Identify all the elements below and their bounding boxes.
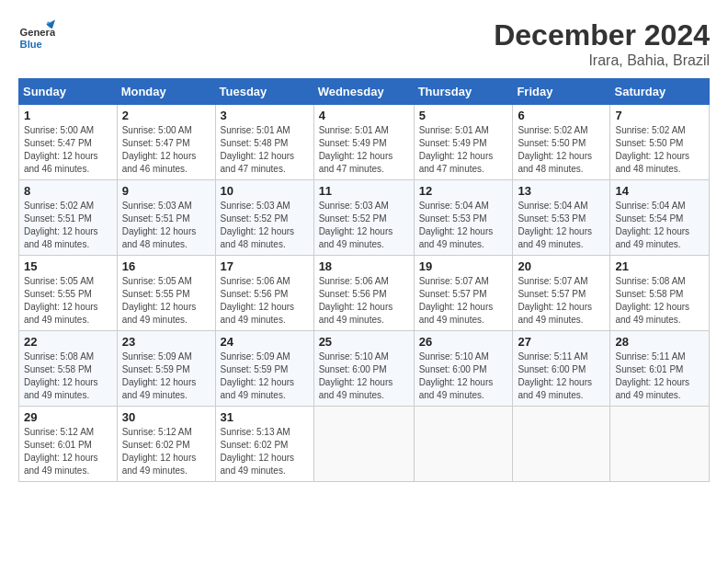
day-info: Sunrise: 5:01 AM Sunset: 5:49 PM Dayligh…	[319, 124, 409, 176]
day-info: Sunrise: 5:10 AM Sunset: 6:00 PM Dayligh…	[319, 350, 409, 402]
calendar-cell	[513, 407, 610, 482]
calendar-cell: 20 Sunrise: 5:07 AM Sunset: 5:57 PM Dayl…	[513, 256, 610, 331]
day-info: Sunrise: 5:03 AM Sunset: 5:51 PM Dayligh…	[122, 200, 210, 251]
day-number: 2	[122, 109, 210, 122]
day-info: Sunrise: 5:09 AM Sunset: 5:59 PM Dayligh…	[221, 350, 309, 402]
calendar-week-1: 1 Sunrise: 5:00 AM Sunset: 5:47 PM Dayli…	[19, 105, 710, 180]
day-number: 20	[518, 259, 605, 273]
calendar-cell: 30 Sunrise: 5:12 AM Sunset: 6:02 PM Dayl…	[117, 407, 215, 482]
calendar-cell	[313, 407, 414, 482]
day-info: Sunrise: 5:05 AM Sunset: 5:55 PM Dayligh…	[122, 275, 210, 327]
weekday-header-sunday: Sunday	[19, 79, 118, 105]
calendar-header-row: SundayMondayTuesdayWednesdayThursdayFrid…	[19, 79, 710, 105]
calendar-cell: 9 Sunrise: 5:03 AM Sunset: 5:51 PM Dayli…	[117, 180, 215, 256]
calendar-cell: 11 Sunrise: 5:03 AM Sunset: 5:52 PM Dayl…	[313, 180, 414, 256]
day-number: 23	[122, 335, 210, 349]
calendar-cell: 7 Sunrise: 5:02 AM Sunset: 5:50 PM Dayli…	[610, 105, 710, 180]
calendar-week-2: 8 Sunrise: 5:02 AM Sunset: 5:51 PM Dayli…	[19, 180, 710, 256]
day-number: 28	[615, 335, 704, 349]
day-info: Sunrise: 5:11 AM Sunset: 6:01 PM Dayligh…	[615, 350, 704, 402]
calendar-cell: 16 Sunrise: 5:05 AM Sunset: 5:55 PM Dayl…	[117, 256, 215, 331]
day-info: Sunrise: 5:12 AM Sunset: 6:01 PM Dayligh…	[24, 426, 112, 477]
calendar-cell: 2 Sunrise: 5:00 AM Sunset: 5:47 PM Dayli…	[117, 105, 215, 180]
day-number: 10	[221, 184, 309, 198]
calendar-cell: 23 Sunrise: 5:09 AM Sunset: 5:59 PM Dayl…	[117, 331, 215, 407]
day-info: Sunrise: 5:00 AM Sunset: 5:47 PM Dayligh…	[122, 124, 210, 176]
calendar-cell: 14 Sunrise: 5:04 AM Sunset: 5:54 PM Dayl…	[610, 180, 710, 256]
day-number: 16	[122, 259, 210, 273]
calendar-cell: 1 Sunrise: 5:00 AM Sunset: 5:47 PM Dayli…	[19, 105, 118, 180]
day-number: 22	[24, 335, 112, 349]
day-number: 6	[518, 109, 605, 122]
calendar-cell	[610, 407, 710, 482]
day-number: 26	[419, 335, 508, 349]
calendar-week-4: 22 Sunrise: 5:08 AM Sunset: 5:58 PM Dayl…	[19, 331, 710, 407]
day-number: 21	[615, 259, 704, 273]
weekday-header-tuesday: Tuesday	[215, 79, 313, 105]
day-info: Sunrise: 5:02 AM Sunset: 5:50 PM Dayligh…	[615, 124, 704, 176]
calendar-cell: 5 Sunrise: 5:01 AM Sunset: 5:49 PM Dayli…	[414, 105, 513, 180]
day-info: Sunrise: 5:04 AM Sunset: 5:53 PM Dayligh…	[518, 200, 605, 251]
day-info: Sunrise: 5:09 AM Sunset: 5:59 PM Dayligh…	[122, 350, 210, 402]
day-info: Sunrise: 5:06 AM Sunset: 5:56 PM Dayligh…	[221, 275, 309, 327]
day-info: Sunrise: 5:07 AM Sunset: 5:57 PM Dayligh…	[518, 275, 605, 327]
weekday-header-thursday: Thursday	[414, 79, 513, 105]
day-info: Sunrise: 5:01 AM Sunset: 5:48 PM Dayligh…	[221, 124, 309, 176]
calendar-cell: 25 Sunrise: 5:10 AM Sunset: 6:00 PM Dayl…	[313, 331, 414, 407]
day-info: Sunrise: 5:12 AM Sunset: 6:02 PM Dayligh…	[122, 426, 210, 477]
weekday-header-friday: Friday	[513, 79, 610, 105]
logo: General Blue	[18, 18, 55, 55]
calendar-cell: 13 Sunrise: 5:04 AM Sunset: 5:53 PM Dayl…	[513, 180, 610, 256]
day-number: 11	[319, 184, 409, 198]
day-info: Sunrise: 5:13 AM Sunset: 6:02 PM Dayligh…	[221, 426, 309, 477]
day-number: 25	[319, 335, 409, 349]
calendar-cell: 24 Sunrise: 5:09 AM Sunset: 5:59 PM Dayl…	[215, 331, 313, 407]
day-number: 8	[24, 184, 112, 198]
day-number: 17	[221, 259, 309, 273]
svg-text:Blue: Blue	[20, 39, 42, 50]
day-number: 18	[319, 259, 409, 273]
day-info: Sunrise: 5:08 AM Sunset: 5:58 PM Dayligh…	[24, 350, 112, 402]
day-info: Sunrise: 5:03 AM Sunset: 5:52 PM Dayligh…	[319, 200, 409, 251]
day-info: Sunrise: 5:00 AM Sunset: 5:47 PM Dayligh…	[24, 124, 112, 176]
day-number: 4	[319, 109, 409, 122]
day-number: 9	[122, 184, 210, 198]
day-info: Sunrise: 5:06 AM Sunset: 5:56 PM Dayligh…	[319, 275, 409, 327]
day-number: 31	[221, 410, 309, 424]
day-info: Sunrise: 5:01 AM Sunset: 5:49 PM Dayligh…	[419, 124, 508, 176]
calendar-cell: 15 Sunrise: 5:05 AM Sunset: 5:55 PM Dayl…	[19, 256, 118, 331]
day-number: 1	[24, 109, 112, 122]
calendar-cell: 3 Sunrise: 5:01 AM Sunset: 5:48 PM Dayli…	[215, 105, 313, 180]
calendar-cell: 10 Sunrise: 5:03 AM Sunset: 5:52 PM Dayl…	[215, 180, 313, 256]
weekday-header-wednesday: Wednesday	[313, 79, 414, 105]
day-info: Sunrise: 5:04 AM Sunset: 5:54 PM Dayligh…	[615, 200, 704, 251]
calendar-cell	[414, 407, 513, 482]
logo-icon: General Blue	[18, 18, 55, 55]
day-info: Sunrise: 5:04 AM Sunset: 5:53 PM Dayligh…	[419, 200, 508, 251]
page-header: General Blue December 2024 Irara, Bahia,…	[18, 18, 710, 69]
day-number: 13	[518, 184, 605, 198]
day-info: Sunrise: 5:11 AM Sunset: 6:00 PM Dayligh…	[518, 350, 605, 402]
day-number: 15	[24, 259, 112, 273]
day-number: 7	[615, 109, 704, 122]
day-info: Sunrise: 5:08 AM Sunset: 5:58 PM Dayligh…	[615, 275, 704, 327]
day-number: 19	[419, 259, 508, 273]
calendar-cell: 12 Sunrise: 5:04 AM Sunset: 5:53 PM Dayl…	[414, 180, 513, 256]
calendar-table: SundayMondayTuesdayWednesdayThursdayFrid…	[18, 78, 710, 482]
day-number: 29	[24, 410, 112, 424]
day-number: 5	[419, 109, 508, 122]
calendar-cell: 21 Sunrise: 5:08 AM Sunset: 5:58 PM Dayl…	[610, 256, 710, 331]
calendar-cell: 17 Sunrise: 5:06 AM Sunset: 5:56 PM Dayl…	[215, 256, 313, 331]
calendar-cell: 18 Sunrise: 5:06 AM Sunset: 5:56 PM Dayl…	[313, 256, 414, 331]
svg-text:General: General	[20, 27, 55, 38]
month-title: December 2024	[494, 18, 710, 52]
calendar-cell: 26 Sunrise: 5:10 AM Sunset: 6:00 PM Dayl…	[414, 331, 513, 407]
calendar-cell: 29 Sunrise: 5:12 AM Sunset: 6:01 PM Dayl…	[19, 407, 118, 482]
day-number: 12	[419, 184, 508, 198]
day-info: Sunrise: 5:03 AM Sunset: 5:52 PM Dayligh…	[221, 200, 309, 251]
calendar-cell: 8 Sunrise: 5:02 AM Sunset: 5:51 PM Dayli…	[19, 180, 118, 256]
day-number: 24	[221, 335, 309, 349]
day-info: Sunrise: 5:07 AM Sunset: 5:57 PM Dayligh…	[419, 275, 508, 327]
calendar-cell: 28 Sunrise: 5:11 AM Sunset: 6:01 PM Dayl…	[610, 331, 710, 407]
title-area: December 2024 Irara, Bahia, Brazil	[494, 18, 710, 69]
